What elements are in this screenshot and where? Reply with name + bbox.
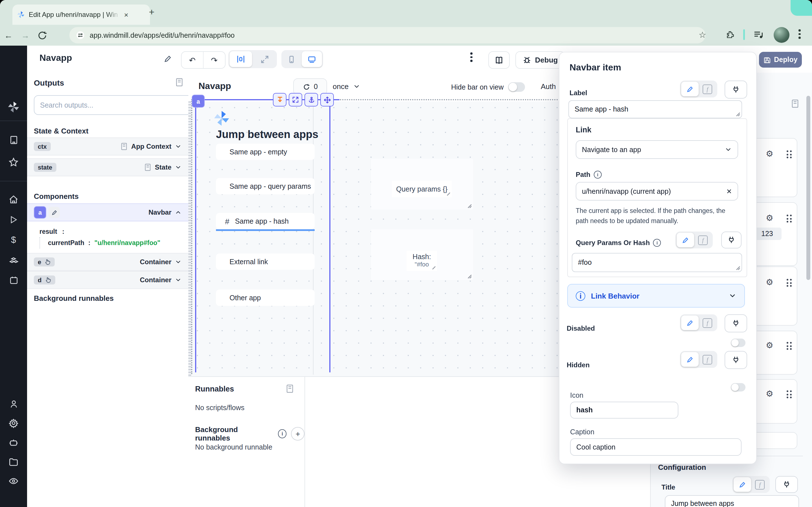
drag-handle-icon[interactable] [786,151,792,158]
chevron-down-icon[interactable] [175,277,182,283]
fx-button[interactable]: f [699,82,716,96]
resize-grip-icon[interactable] [446,191,451,196]
link-behavior-accordion[interactable]: i Link Behavior [567,284,745,307]
selection-border-right[interactable] [329,99,331,372]
static-value-button[interactable] [681,316,699,330]
debug-button[interactable]: Debug [515,51,565,69]
drag-handle-icon[interactable] [786,279,792,287]
canvas-resize-rail[interactable] [188,101,191,376]
fullwidth-layout-button[interactable] [253,51,276,67]
sidebar-item-users[interactable] [7,398,20,410]
disabled-toggle[interactable] [731,339,746,347]
resize-grip-icon[interactable] [735,112,741,117]
output-row-navbar[interactable]: a Navbar [27,203,188,221]
connect-plug-button[interactable] [725,314,747,332]
resize-grip-icon[interactable] [432,265,436,270]
gear-icon[interactable]: ⚙ [766,341,773,349]
redo-button[interactable]: ↷ [203,52,225,68]
static-value-button[interactable] [677,233,694,247]
link-type-select[interactable]: Navigate to an app [576,140,738,159]
static-value-button[interactable] [681,82,699,96]
drag-handle-icon[interactable] [786,215,792,223]
sidebar-item-usage[interactable]: $ [7,234,20,246]
more-menu-icon[interactable] [470,52,472,62]
hide-bar-toggle[interactable] [508,82,525,92]
bookmark-star-icon[interactable]: ☆ [699,30,706,40]
reload-icon[interactable] [34,31,51,40]
path-input[interactable]: u/henri/navapp (current app) ✕ [576,182,738,201]
media-queue-icon[interactable] [754,31,764,39]
static-value-button[interactable] [681,352,699,367]
scrollbar-thumb[interactable] [806,96,810,280]
docs-button[interactable] [488,51,510,69]
output-row-container-d[interactable]: d Container [27,271,188,289]
connect-plug-button[interactable] [721,231,742,248]
connect-plug-button[interactable] [725,80,747,99]
windmill-logo[interactable] [7,101,20,113]
new-tab-button[interactable]: + [149,7,154,18]
gear-icon[interactable]: ⚙ [766,389,773,398]
caption-input[interactable]: Cool caption [570,438,742,456]
sidebar-item-schedules[interactable] [7,274,20,286]
info-icon[interactable]: i [594,171,602,179]
undo-button[interactable]: ↶ [182,52,203,68]
resize-grip-icon[interactable] [467,274,472,279]
avatar[interactable] [774,27,790,43]
sidebar-item-favorites[interactable] [7,156,20,168]
clear-path-icon[interactable]: ✕ [726,187,732,195]
forward-icon[interactable]: → [17,31,34,40]
move-button[interactable] [320,93,334,107]
desktop-preview-button[interactable] [302,51,322,67]
connect-plug-button[interactable] [775,476,798,493]
icon-input[interactable]: hash [570,402,678,418]
browser-tab[interactable]: Edit App u/henri/navapp | Win × [12,4,150,25]
refresh-counter[interactable]: 0 [293,78,327,95]
fx-button[interactable]: f [699,316,716,330]
static-value-button[interactable] [733,477,751,492]
resize-grip-icon[interactable] [735,265,741,270]
run-mode-dropdown[interactable]: once [333,82,360,91]
container-d-preview[interactable]: Hash: "#foo [371,229,473,280]
drag-handle-icon[interactable] [786,390,792,398]
sidebar-item-audit[interactable] [7,475,20,487]
query-input[interactable]: #foo [572,253,742,272]
gear-icon[interactable]: ⚙ [766,278,773,286]
search-outputs-input[interactable]: Search outputs... [34,95,193,115]
address-bar[interactable]: app.windmill.dev/apps/edit/u/henri/navap… [69,27,705,43]
sidebar-item-folders[interactable] [7,456,20,468]
tab-close-icon[interactable]: × [124,10,128,19]
sidebar-item-resources[interactable] [7,253,20,266]
output-row-ctx[interactable]: ctx App Context [27,137,188,156]
sidebar-item-home[interactable] [7,193,20,206]
sidebar-item-runs[interactable] [7,214,20,226]
fx-button[interactable]: f [699,352,716,367]
extensions-icon[interactable] [725,30,735,40]
expand-down-button[interactable] [273,93,287,107]
edit-title-icon[interactable] [163,55,172,63]
gear-icon[interactable]: ⚙ [766,214,773,222]
doc-icon[interactable] [175,77,184,87]
resize-grip-icon[interactable] [467,203,472,209]
gear-icon[interactable]: ⚙ [766,149,773,158]
output-row-container-e[interactable]: e Container [27,253,188,271]
sidebar-item-settings[interactable] [7,417,20,429]
doc-icon[interactable] [285,384,294,394]
title-input[interactable]: Jump between apps [665,495,799,507]
nav-item[interactable]: External link [216,253,315,270]
connect-plug-button[interactable] [725,351,747,369]
nav-item[interactable]: Same app - query params [216,178,315,194]
chevron-up-icon[interactable] [175,209,182,216]
back-icon[interactable]: ← [0,31,17,40]
hidden-toggle[interactable] [731,383,746,392]
chevron-down-icon[interactable] [175,164,182,171]
chevron-down-icon[interactable] [175,143,182,150]
fx-button[interactable]: f [751,477,769,492]
expand-component-button[interactable] [289,93,302,107]
sidebar-item-workspace[interactable] [7,133,20,146]
label-input[interactable]: Same app - hash [568,100,742,118]
nav-item[interactable]: Same app - empty [216,144,315,160]
chevron-down-icon[interactable] [175,259,182,265]
component-id-badge[interactable]: a [192,95,205,108]
nav-item-active[interactable]: # Same app - hash [216,213,315,229]
drag-handle-icon[interactable] [786,342,792,350]
